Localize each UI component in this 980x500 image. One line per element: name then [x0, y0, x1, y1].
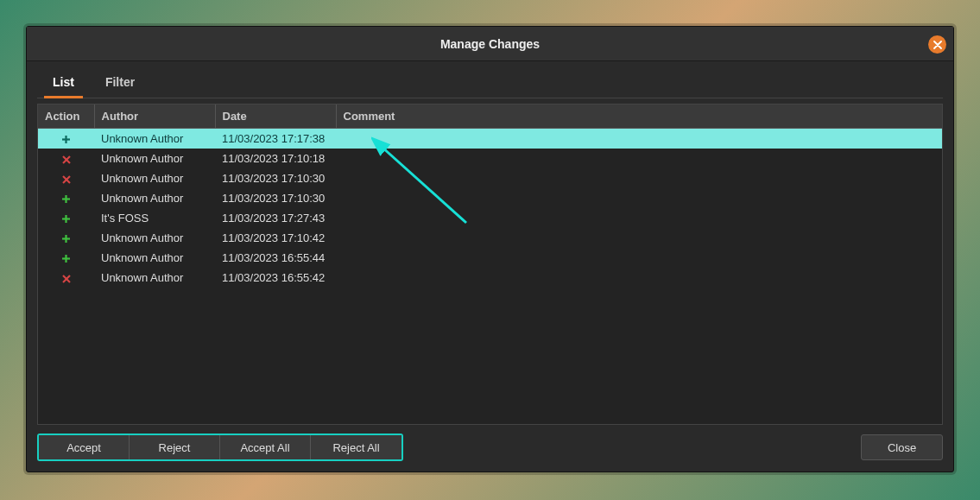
accept-button[interactable]: Accept	[39, 435, 130, 459]
dialog-footer: Accept Reject Accept All Reject All Clos…	[37, 425, 943, 461]
close-icon	[933, 41, 942, 49]
col-header-comment[interactable]: Comment	[336, 104, 942, 129]
author-cell: Unknown Author	[94, 129, 215, 149]
dialog-body: List Filter Action Author Date Comment U…	[27, 61, 953, 472]
titlebar: Manage Changes	[27, 27, 953, 61]
tab-bar: List Filter	[37, 68, 943, 98]
plus-icon	[38, 208, 94, 228]
author-cell: Unknown Author	[94, 268, 215, 288]
date-cell: 11/03/2023 16:55:44	[215, 248, 336, 268]
author-cell: Unknown Author	[94, 248, 215, 268]
window-title: Manage Changes	[440, 37, 540, 51]
close-button[interactable]: Close	[861, 434, 943, 460]
col-header-date[interactable]: Date	[215, 104, 336, 129]
comment-cell	[336, 149, 942, 168]
table-row[interactable]: Unknown Author11/03/2023 17:10:30	[38, 188, 942, 208]
table-row[interactable]: Unknown Author11/03/2023 16:55:44	[38, 248, 942, 268]
cross-icon	[38, 268, 94, 288]
comment-cell	[336, 168, 942, 188]
reject-all-button[interactable]: Reject All	[311, 435, 401, 459]
author-cell: Unknown Author	[94, 168, 215, 188]
comment-cell	[336, 248, 942, 268]
date-cell: 11/03/2023 17:10:30	[215, 168, 336, 188]
action-buttons-highlight: Accept Reject Accept All Reject All	[37, 434, 403, 461]
col-header-author[interactable]: Author	[94, 104, 215, 129]
cross-icon	[38, 149, 94, 168]
date-cell: 11/03/2023 17:27:43	[215, 208, 336, 228]
col-header-action[interactable]: Action	[38, 104, 94, 129]
table-row[interactable]: Unknown Author11/03/2023 17:10:18	[38, 149, 942, 168]
author-cell: It's FOSS	[94, 208, 215, 228]
comment-cell	[336, 228, 942, 248]
reject-button[interactable]: Reject	[130, 435, 220, 459]
changes-table: Action Author Date Comment Unknown Autho…	[38, 104, 942, 288]
date-cell: 11/03/2023 16:55:42	[215, 268, 336, 288]
cross-icon	[38, 168, 94, 188]
tab-filter[interactable]: Filter	[90, 68, 150, 98]
table-row[interactable]: Unknown Author11/03/2023 17:10:42	[38, 228, 942, 248]
date-cell: 11/03/2023 17:17:38	[215, 129, 336, 149]
table-row[interactable]: Unknown Author11/03/2023 17:17:38	[38, 129, 942, 149]
date-cell: 11/03/2023 17:10:30	[215, 188, 336, 208]
comment-cell	[336, 129, 942, 149]
window-close-button[interactable]	[928, 35, 946, 54]
accept-all-button[interactable]: Accept All	[220, 435, 311, 459]
date-cell: 11/03/2023 17:10:18	[215, 149, 336, 168]
comment-cell	[336, 188, 942, 208]
plus-icon	[38, 129, 94, 149]
changes-table-container: Action Author Date Comment Unknown Autho…	[37, 104, 943, 425]
plus-icon	[38, 228, 94, 248]
comment-cell	[336, 268, 942, 288]
date-cell: 11/03/2023 17:10:42	[215, 228, 336, 248]
table-row[interactable]: Unknown Author11/03/2023 17:10:30	[38, 168, 942, 188]
comment-cell	[336, 208, 942, 228]
manage-changes-dialog: Manage Changes List Filter Action Author…	[26, 26, 954, 472]
plus-icon	[38, 188, 94, 208]
author-cell: Unknown Author	[94, 228, 215, 248]
table-row[interactable]: It's FOSS11/03/2023 17:27:43	[38, 208, 942, 228]
author-cell: Unknown Author	[94, 188, 215, 208]
author-cell: Unknown Author	[94, 149, 215, 168]
plus-icon	[38, 248, 94, 268]
tab-list[interactable]: List	[37, 68, 90, 98]
table-row[interactable]: Unknown Author11/03/2023 16:55:42	[38, 268, 942, 288]
